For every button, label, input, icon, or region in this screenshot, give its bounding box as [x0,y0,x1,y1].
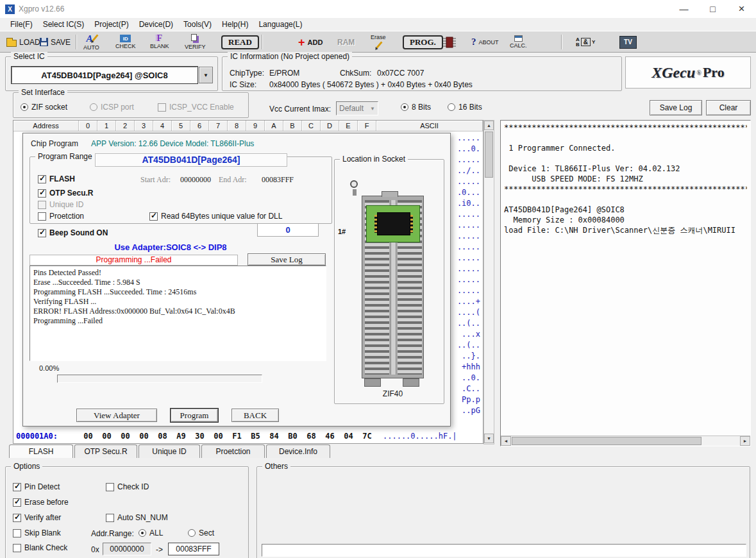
close-button[interactable]: × [727,0,756,18]
clear-button[interactable]: Clear [706,100,751,115]
addr-range-sect-radio[interactable]: Sect [188,528,214,537]
hex-byte-cell[interactable]: 00 [97,432,116,441]
protection-checkbox[interactable]: Proetction [38,212,84,221]
tab-flash[interactable]: FLASH [9,444,73,458]
menu-item[interactable]: Language(L) [253,19,307,30]
icsp-port-radio[interactable]: ICSP port [90,103,134,112]
maximize-button[interactable]: □ [698,0,727,18]
scroll-right-button[interactable]: ► [740,436,750,446]
hex-row-ascii[interactable]: ......0.....hF.| [376,432,457,441]
check-id-checkbox[interactable]: Check ID [106,482,149,491]
hex-byte-cell[interactable]: 30 [190,432,209,441]
pin-detect-checkbox[interactable]: Pin Detect [13,482,60,491]
verify-button[interactable]: VERIFY [185,32,206,52]
ram-button[interactable]: RAM [337,32,355,52]
menu-item[interactable]: Tools(V) [178,19,217,30]
tab-unique-id[interactable]: Unique ID [139,444,200,458]
hex-column-header: F [358,121,376,131]
hex-row[interactable]: 000001A0: 0000000008A93000F1B584B0684604… [13,430,483,442]
save-button[interactable]: SAVE [40,32,71,52]
hex-byte-cell[interactable]: B0 [283,432,302,441]
add-button[interactable]: + ADD [298,32,323,52]
tv-button[interactable]: TV [619,32,637,52]
otp-secur-checkbox[interactable]: OTP Secu.R [38,189,93,198]
hex-byte-cell[interactable]: 08 [153,432,172,441]
save-log-button[interactable]: Save Log [650,100,702,115]
skip-blank-checkbox[interactable]: Skip Blank [13,528,61,537]
16-bits-radio[interactable]: 16 Bits [448,103,482,112]
zif-socket-radio[interactable]: ZIF socket [21,103,67,112]
hex-ascii-fragment: ...0. [448,144,480,155]
hex-byte-cell[interactable]: 00 [79,432,97,441]
hex-ascii-header: ASCII [376,121,483,131]
log-line: Memory Size : 0x00084000 [504,215,747,225]
ic-combobox[interactable]: AT45DB041D[Page264] @SOIC8 ▼ [12,67,213,83]
menu-item[interactable]: Select IC(S) [38,19,90,30]
scroll-down-button[interactable]: ▼ [484,434,494,443]
vcc-imax-select[interactable]: Default ▼ [336,101,378,115]
hex-ascii-fragment: ..... [448,231,480,242]
hex-byte-cell[interactable]: 68 [302,432,321,441]
scroll-left-button[interactable]: ◄ [501,436,511,446]
hex-byte-cell[interactable]: 04 [339,432,358,441]
tab-otp-secur[interactable]: OTP Secu.R [74,444,137,458]
load-button[interactable]: LOAD [6,32,40,52]
menu-item[interactable]: Help(H) [217,19,253,30]
erase-button[interactable]: Erase [371,32,386,52]
ic-dropdown-button[interactable]: ▼ [199,67,213,83]
scrollbar-thumb[interactable] [512,437,701,445]
read-button[interactable]: READ [221,32,259,52]
auto-sn-checkbox[interactable]: Auto SN_NUM [106,513,168,522]
hex-byte-cell[interactable]: F1 [228,432,246,441]
hex-vertical-scrollbar[interactable]: ▲ ▼ [483,120,494,444]
addr-range-all-radio[interactable]: ALL [139,528,163,537]
hex-ascii-fragment: ..... [448,275,480,285]
unique-id-checkbox[interactable]: Unique ID [38,200,83,209]
beep-checkbox[interactable]: Beep Sound ON [38,228,108,237]
verify-after-checkbox[interactable]: Verify after [13,513,61,522]
calc-button[interactable]: CALC. [510,32,527,52]
program-button[interactable]: Program [171,409,218,422]
view-adapter-button[interactable]: View Adapter [76,409,157,422]
ic-combobox-value[interactable]: AT45DB041D[Page264] @SOIC8 [12,67,197,83]
minimize-button[interactable]: — [669,0,698,18]
about-button[interactable]: ? ABOUT [471,32,499,52]
hex-byte-cell[interactable]: 46 [321,432,339,441]
tab-protection[interactable]: Proetction [201,444,265,458]
dialog-save-log-button[interactable]: Save Log [248,253,326,266]
hex-byte-cell[interactable]: 00 [116,432,135,441]
8-bits-radio[interactable]: 8 Bits [401,103,431,112]
blank-check-checkbox[interactable]: Blank Check [13,543,67,552]
auto-button[interactable]: A AUTO [83,32,99,52]
erase-before-checkbox[interactable]: Erase before [13,498,69,507]
tab-device-info[interactable]: Device.Info [266,444,330,458]
range-to-input[interactable]: 00083FFF [168,543,219,555]
scroll-up-button[interactable]: ▲ [484,121,494,130]
check-button[interactable]: ID CHECK [115,32,136,52]
blank-button[interactable]: F BLANK [150,32,169,52]
prog-button[interactable]: PROG. [403,32,443,52]
hex-byte-cell[interactable]: 84 [265,432,283,441]
logic-test-button[interactable]: AB & Y [576,32,595,52]
others-field[interactable] [262,544,746,557]
menu-item[interactable]: Project(P) [89,19,133,30]
hex-byte-cell[interactable]: B5 [246,432,265,441]
flash-checkbox[interactable]: FLASH [38,174,75,183]
log-horizontal-scrollbar[interactable]: ◄ ► [501,435,750,446]
start-adr-label: Start Adr: [140,175,171,185]
scrollbar-thumb[interactable] [485,131,493,178]
hex-byte-cell[interactable]: A9 [172,432,190,441]
hex-byte-cell[interactable]: 7C [358,432,376,441]
logo-brand: XGecu [651,64,695,81]
dialog-log-box: Pins Detected Passed!Erase ...Succeeded.… [29,266,326,361]
range-from-input[interactable]: 00000000 [103,543,151,555]
erase-pencil-icon [376,41,380,51]
icsp-vcc-checkbox[interactable]: ICSP_VCC Enable [158,103,234,112]
chip-tool-button[interactable] [442,32,457,52]
menu-item[interactable]: File(F) [5,19,38,30]
back-button[interactable]: BACK [231,409,279,422]
read64-checkbox[interactable]: Read 64Bytes unique value for DLL [149,212,282,221]
hex-byte-cell[interactable]: 00 [135,432,153,441]
hex-byte-cell[interactable]: 00 [209,432,228,441]
menu-item[interactable]: Device(D) [134,19,178,30]
